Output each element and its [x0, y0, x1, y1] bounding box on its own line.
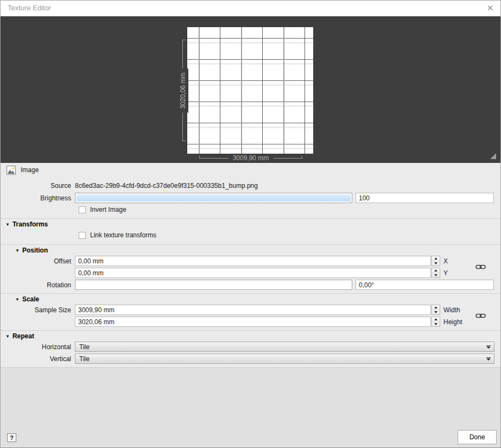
dropdown-arrow-icon [486, 357, 491, 361]
done-button[interactable]: Done [458, 430, 497, 444]
help-button[interactable]: ? [7, 433, 16, 442]
source-label: Source [0, 182, 75, 190]
sample-size-label: Sample Size [0, 306, 75, 314]
repeat-section-header[interactable]: ▼ Repeat [0, 330, 501, 340]
offset-link-icon[interactable] [475, 264, 486, 270]
spinner-up-icon[interactable] [432, 268, 440, 273]
collapse-icon: ▼ [15, 248, 20, 253]
vertical-repeat-select[interactable]: Tile [75, 354, 494, 364]
image-icon [7, 166, 16, 175]
sample-height-input[interactable] [75, 317, 431, 327]
offset-x-input[interactable] [75, 256, 431, 266]
position-section-header[interactable]: ▼ Position [0, 244, 501, 254]
brightness-slider[interactable] [75, 193, 352, 203]
rotation-slider[interactable] [75, 280, 352, 290]
offset-y-input[interactable] [75, 268, 431, 278]
sample-width-input[interactable] [75, 305, 431, 315]
scale-section-header[interactable]: ▼ Scale [0, 293, 501, 303]
repeat-section-title: Repeat [12, 332, 34, 340]
collapse-icon: ▼ [15, 297, 20, 302]
close-icon: ✕ [487, 3, 494, 12]
axis-x-label: X [443, 257, 448, 265]
spinner-up-icon[interactable] [432, 256, 440, 261]
texture-editor-window: Texture Editor ✕ 3020,06 mm 3009,90 mm I… [0, 0, 501, 448]
properties-form: Image Source 8c6ed3ac-29b9-4cfd-9dcd-c37… [0, 163, 501, 448]
brightness-value-input[interactable] [356, 193, 494, 203]
width-axis-label: Width [443, 306, 460, 314]
invert-image-checkbox[interactable] [79, 206, 86, 213]
scale-section-title: Scale [22, 295, 39, 303]
texture-preview[interactable] [187, 27, 313, 154]
resize-grip[interactable] [490, 153, 496, 159]
transforms-section-header[interactable]: ▼ Transforms [0, 218, 501, 228]
spinner-down-icon[interactable] [432, 310, 440, 314]
height-axis-label: Height [443, 318, 462, 326]
spinner-up-icon[interactable] [432, 317, 440, 322]
scale-link-icon[interactable] [475, 313, 486, 319]
horizontal-repeat-select[interactable]: Tile [75, 342, 494, 352]
close-button[interactable]: ✕ [485, 3, 496, 14]
titlebar[interactable]: Texture Editor ✕ [0, 0, 501, 16]
dropdown-arrow-icon [486, 345, 491, 349]
sample-height-spinner[interactable] [432, 317, 440, 327]
preview-panel: 3020,06 mm 3009,90 mm [0, 16, 501, 163]
width-dimension-label: 3009,90 mm [229, 154, 274, 162]
offset-y-spinner[interactable] [432, 268, 440, 278]
sample-width-spinner[interactable] [432, 305, 440, 315]
brightness-label: Brightness [0, 194, 75, 202]
spinner-up-icon[interactable] [432, 305, 440, 310]
vertical-repeat-value: Tile [79, 355, 90, 363]
axis-y-label: Y [443, 269, 448, 277]
collapse-icon: ▼ [5, 334, 10, 339]
footer-panel [0, 367, 501, 448]
horizontal-repeat-value: Tile [79, 343, 90, 351]
spinner-down-icon[interactable] [432, 261, 440, 266]
source-value: 8c6ed3ac-29b9-4cfd-9dcd-c37de0e9f315-000… [75, 182, 258, 190]
rotation-label: Rotation [0, 281, 75, 289]
rotation-value-input[interactable] [356, 280, 494, 290]
transforms-section-title: Transforms [12, 220, 48, 228]
height-dimension-label: 3020,06 mm [177, 69, 188, 113]
link-transforms-checkbox[interactable] [79, 232, 86, 239]
image-section-header: Image [0, 163, 501, 177]
position-section-title: Position [22, 247, 48, 254]
collapse-icon: ▼ [5, 222, 10, 227]
horizontal-repeat-label: Horizontal [0, 343, 75, 351]
brightness-slider-fill [77, 194, 351, 201]
window-title: Texture Editor [8, 4, 51, 12]
vertical-repeat-label: Vertical [0, 355, 75, 363]
invert-image-label: Invert Image [90, 206, 126, 213]
spinner-down-icon[interactable] [432, 322, 440, 326]
spinner-down-icon[interactable] [432, 273, 440, 277]
link-transforms-label: Link texture transforms [90, 231, 156, 239]
image-section-title: Image [21, 166, 39, 174]
offset-x-spinner[interactable] [432, 256, 440, 266]
offset-label: Offset [0, 257, 75, 265]
